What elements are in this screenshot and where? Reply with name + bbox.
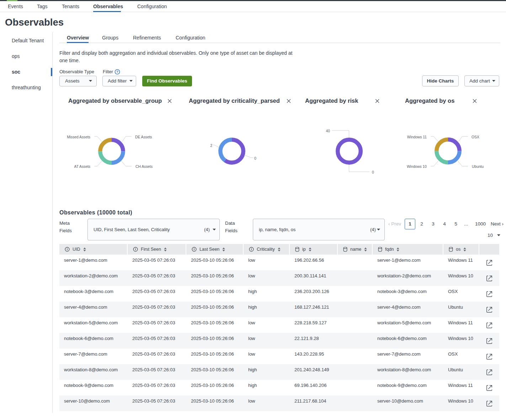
svg-text:0: 0 xyxy=(254,156,256,160)
svg-text:40: 40 xyxy=(326,129,330,133)
svg-text:Windows 11: Windows 11 xyxy=(407,135,427,139)
svg-text:?: ? xyxy=(116,70,118,74)
svg-text:AT Assets: AT Assets xyxy=(74,165,90,169)
svg-text:Missed Assets: Missed Assets xyxy=(67,135,90,139)
svg-text:0: 0 xyxy=(372,170,374,174)
svg-text:Ubuntu: Ubuntu xyxy=(472,165,484,169)
svg-text:Windows 10: Windows 10 xyxy=(407,165,427,169)
svg-text:CH Assets: CH Assets xyxy=(135,165,153,169)
svg-text:OSX: OSX xyxy=(472,135,479,139)
svg-text:2: 2 xyxy=(210,144,212,148)
svg-text:DE Assets: DE Assets xyxy=(135,135,152,139)
